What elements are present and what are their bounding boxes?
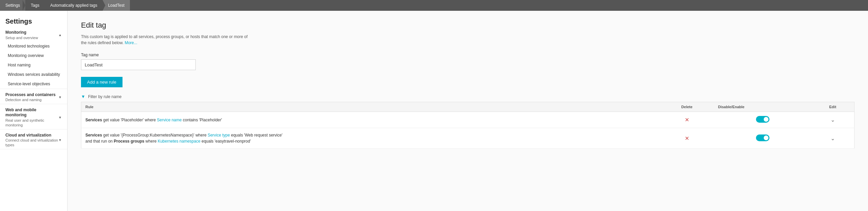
col-rule: Rule	[81, 102, 468, 112]
sidebar-section-monitoring-header[interactable]: Monitoring Setup and overview ▲	[0, 27, 67, 41]
sidebar: Settings Monitoring Setup and overview ▲…	[0, 11, 67, 211]
tag-name-group: Tag name	[81, 53, 855, 70]
sidebar-item-slo[interactable]: Service-level objectives	[0, 79, 67, 89]
monitoring-section-title: Monitoring	[5, 30, 38, 35]
delete-button-row2[interactable]: ✕	[685, 135, 689, 142]
main-content: Edit tag This custom tag is applied to a…	[67, 11, 868, 211]
toggle-knob-row1	[764, 117, 768, 122]
sidebar-section-processes: Processes and containers Detection and n…	[0, 89, 67, 104]
description-text: This custom tag is applied to all servic…	[81, 34, 855, 46]
edit-cell-row2: ⌄	[811, 128, 855, 149]
filter-label: Filter by rule name	[88, 94, 121, 99]
cloud-chevron-icon: ▼	[58, 138, 62, 142]
processes-chevron-icon: ▼	[58, 95, 62, 99]
app-layout: Settings Monitoring Setup and overview ▲…	[0, 11, 868, 211]
sidebar-section-cloud: Cloud and virtualization Connect cloud a…	[0, 129, 67, 149]
sidebar-section-cloud-header[interactable]: Cloud and virtualization Connect cloud a…	[0, 129, 67, 149]
sidebar-title: Settings	[0, 11, 67, 27]
sidebar-item-monitored-technologies[interactable]: Monitored technologies	[0, 41, 67, 51]
col-disable: Disable/Enable	[714, 102, 811, 112]
toggle-cell-row2	[714, 128, 811, 149]
cloud-section-subtitle: Connect cloud and virtualization types	[5, 138, 58, 148]
web-section-subtitle: Real user and synthetic monitoring	[5, 118, 58, 128]
enable-toggle-row2[interactable]	[756, 134, 769, 141]
sidebar-item-windows-services[interactable]: Windows services availability	[0, 70, 67, 79]
rule-text-row1: Services get value 'Placeholder' where S…	[81, 112, 660, 128]
rules-table: Rule Delete Disable/Enable Edit Services…	[81, 102, 855, 149]
delete-cell-row2: ✕	[660, 128, 714, 149]
more-link[interactable]: More...	[125, 40, 137, 45]
expand-button-row1[interactable]: ⌄	[831, 117, 835, 123]
toggle-cell-row1	[714, 112, 811, 128]
delete-cell-row1: ✕	[660, 112, 714, 128]
filter-row: ▼ Filter by rule name	[81, 94, 855, 99]
tag-name-input[interactable]	[81, 59, 196, 70]
tag-name-label: Tag name	[81, 53, 855, 57]
sidebar-section-processes-header[interactable]: Processes and containers Detection and n…	[0, 89, 67, 104]
expand-button-row2[interactable]: ⌄	[831, 135, 835, 142]
cloud-section-title: Cloud and virtualization	[5, 133, 58, 138]
table-row: Services get value '{ProcessGroup:Kubern…	[81, 128, 855, 149]
sidebar-section-web: Web and mobile monitoring Real user and …	[0, 104, 67, 129]
delete-button-row1[interactable]: ✕	[685, 117, 689, 123]
enable-toggle-row1[interactable]	[756, 116, 769, 123]
sidebar-item-monitoring-overview[interactable]: Monitoring overview	[0, 51, 67, 60]
col-edit: Edit	[811, 102, 855, 112]
processes-section-subtitle: Detection and naming	[5, 97, 56, 102]
col-delete: Delete	[660, 102, 714, 112]
monitoring-items-list: Monitored technologies Monitoring overvi…	[0, 41, 67, 89]
table-header-row: Rule Delete Disable/Enable Edit	[81, 102, 855, 112]
toggle-knob-row2	[764, 135, 768, 140]
breadcrumb-auto-tags[interactable]: Automatically applied tags	[45, 0, 103, 11]
edit-cell-row1: ⌄	[811, 112, 855, 128]
monitoring-chevron-icon: ▲	[58, 33, 62, 37]
monitoring-section-subtitle: Setup and overview	[5, 35, 38, 40]
web-section-title: Web and mobile monitoring	[5, 108, 58, 118]
processes-section-title: Processes and containers	[5, 92, 56, 98]
sidebar-item-host-naming[interactable]: Host naming	[0, 60, 67, 70]
filter-icon: ▼	[81, 94, 85, 99]
page-title: Edit tag	[81, 21, 855, 30]
table-row: Services get value 'Placeholder' where S…	[81, 112, 855, 128]
breadcrumb-bar: Settings Tags Automatically applied tags…	[0, 0, 868, 11]
add-rule-button[interactable]: Add a new rule	[81, 77, 123, 87]
sidebar-section-web-header[interactable]: Web and mobile monitoring Real user and …	[0, 104, 67, 129]
breadcrumb-loadtest[interactable]: LoadTest	[103, 0, 130, 11]
sidebar-section-monitoring: Monitoring Setup and overview ▲ Monitore…	[0, 27, 67, 89]
breadcrumb-settings[interactable]: Settings	[0, 0, 25, 11]
web-chevron-icon: ▼	[58, 116, 62, 119]
rule-text-row2: Services get value '{ProcessGroup:Kubern…	[81, 128, 660, 149]
col-empty	[468, 102, 660, 112]
